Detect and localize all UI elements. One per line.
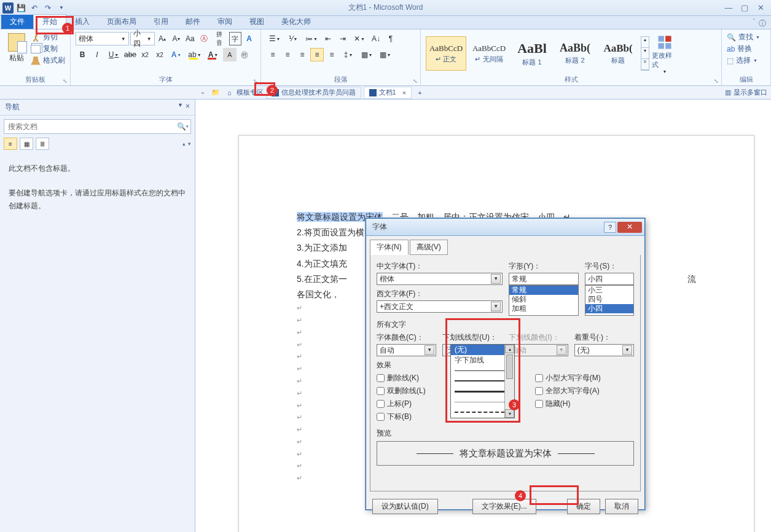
text-direction-button[interactable]: ✕▼ [351, 32, 368, 45]
tab-mailings[interactable]: 邮件 [177, 15, 209, 29]
doc-tab-close-icon[interactable]: × [402, 89, 406, 96]
save-icon[interactable]: 💾 [15, 2, 27, 14]
new-tab-button[interactable]: + [414, 89, 425, 96]
dialog-titlebar[interactable]: 字体 ? ✕ [366, 219, 644, 236]
doc-tab-2[interactable]: 文档1× [364, 87, 412, 99]
checkbox-hidden[interactable]: 隐藏(H) [535, 399, 634, 409]
select-button[interactable]: ⬚选择▼ [727, 55, 765, 66]
char-shading-icon[interactable]: A [223, 48, 237, 61]
format-painter-button[interactable]: 格式刷 [31, 55, 65, 66]
paste-button[interactable]: 粘贴 [5, 32, 28, 75]
qat-customize-icon[interactable]: ▼ [55, 2, 68, 14]
font-size-input[interactable]: 小四 [585, 273, 634, 285]
maximize-icon[interactable]: ▢ [739, 3, 750, 12]
dialog-help-icon[interactable]: ? [604, 222, 616, 233]
clipboard-launcher-icon[interactable]: ⤡ [63, 78, 68, 84]
style-nospacing[interactable]: AaBbCcD↵ 无间隔 [469, 36, 509, 71]
cn-font-select[interactable]: 楷体▼ [377, 273, 503, 285]
align-center-button[interactable]: ≡ [281, 48, 294, 61]
list-item[interactable]: 加粗 [509, 304, 578, 313]
numbering-button[interactable]: ⅟▼ [284, 32, 302, 45]
list-item[interactable]: 倾斜 [509, 295, 578, 304]
italic-button[interactable]: I [90, 48, 104, 61]
checkbox-smallcaps[interactable]: 小型大写字母(M) [535, 373, 634, 383]
underline-button[interactable]: U▼ [105, 48, 122, 61]
navpane-collapse[interactable]: ▴▾ [182, 138, 191, 150]
char-border-icon[interactable]: 字 [229, 32, 242, 45]
dialog-close-icon[interactable]: ✕ [617, 222, 642, 233]
show-marks-button[interactable]: ¶ [384, 32, 397, 45]
style-heading2[interactable]: AaBb(标题 2 [555, 36, 595, 71]
multilevel-button[interactable]: ≔▼ [303, 32, 320, 45]
strikethrough-button[interactable]: abe [123, 48, 137, 61]
set-default-button[interactable]: 设为默认值(D) [372, 499, 438, 514]
search-go-icon[interactable]: 🔍▾ [174, 120, 190, 133]
borders-button[interactable]: ▦▼ [377, 48, 394, 61]
font-style-listbox[interactable]: 常规 倾斜 加粗 [509, 285, 579, 316]
bullets-button[interactable]: ☰▼ [266, 32, 283, 45]
line-spacing-button[interactable]: ‡▼ [340, 48, 357, 61]
align-justify-button[interactable]: ≡ [310, 48, 324, 61]
word-app-icon[interactable]: W [2, 2, 14, 14]
styles-launcher-icon[interactable]: ⤡ [714, 78, 719, 84]
phonetic-icon[interactable]: 拼音 [211, 32, 227, 45]
sort-button[interactable]: A↓ [369, 32, 383, 45]
highlight-button[interactable]: ab▼ [186, 48, 203, 61]
help-icon[interactable]: ⓘ [759, 18, 766, 29]
list-item[interactable]: 小四 [585, 304, 633, 313]
navtab-headings-icon[interactable]: ≡ [4, 138, 17, 150]
redo-icon[interactable]: ↷ [42, 2, 54, 14]
copy-button[interactable]: 复制 [31, 44, 65, 54]
shading-button[interactable]: ▦▼ [358, 48, 375, 61]
distribute-button[interactable]: ≡ [325, 48, 339, 61]
ribbon-minimize-icon[interactable]: ˇ [753, 18, 755, 29]
font-color-button[interactable]: A▼ [205, 48, 222, 61]
font-size-select[interactable]: 小四▼ [130, 32, 155, 45]
search-input[interactable] [4, 120, 174, 133]
new-doc-icon[interactable]: ▫ [199, 89, 206, 96]
list-item[interactable]: 四号 [585, 295, 633, 304]
align-left-button[interactable]: ≡ [266, 48, 280, 61]
font-style-input[interactable]: 常规 [509, 273, 579, 285]
style-heading1[interactable]: AaBl标题 1 [512, 36, 552, 71]
style-normal[interactable]: AaBbCcD↵ 正文 [426, 36, 466, 71]
tab-view[interactable]: 视图 [241, 15, 273, 29]
decrease-indent-button[interactable]: ⇤ [321, 32, 335, 45]
checkbox-allcaps[interactable]: 全部大写字母(A) [535, 386, 634, 396]
tab-review[interactable]: 审阅 [209, 15, 241, 29]
grow-font-icon[interactable]: A▴ [156, 32, 169, 45]
home-icon[interactable]: ⌂ [225, 89, 234, 96]
undo-icon[interactable]: ↶ [28, 2, 41, 14]
navpane-close-icon[interactable]: × [186, 102, 190, 112]
multi-window-toggle[interactable]: ▥显示多窗口 [725, 88, 767, 97]
tab-pagelayout[interactable]: 页面布局 [98, 15, 145, 29]
char-a-icon[interactable]: A [243, 32, 256, 45]
close-icon[interactable]: ✕ [755, 3, 766, 12]
dialog-tab-font[interactable]: 字体(N) [370, 240, 409, 255]
text-effects-button[interactable]: 文字效果(E)... [472, 499, 536, 514]
superscript-button[interactable]: x2 [153, 48, 166, 61]
enclose-char-icon[interactable]: ㊕ [238, 48, 251, 61]
style-title[interactable]: AaBb(标题 [598, 36, 638, 71]
align-right-button[interactable]: ≡ [295, 48, 309, 61]
font-name-select[interactable]: 楷体▼ [76, 32, 129, 45]
bold-button[interactable]: B [76, 48, 89, 61]
list-item[interactable]: 小三 [585, 286, 633, 295]
clear-format-icon[interactable]: Ⓐ [198, 32, 211, 45]
tab-references[interactable]: 引用 [145, 15, 177, 29]
find-button[interactable]: 🔍查找▼ [727, 32, 765, 42]
shrink-font-icon[interactable]: A▾ [170, 32, 182, 45]
font-color-select[interactable]: 自动▼ [377, 344, 436, 356]
paragraph-launcher-icon[interactable]: ⤡ [413, 78, 418, 84]
subscript-button[interactable]: x2 [138, 48, 152, 61]
emphasis-select[interactable]: (无)▼ [574, 344, 634, 356]
tab-file[interactable]: 文件 [1, 15, 33, 29]
minimize-icon[interactable]: — [723, 3, 734, 12]
style-gallery-scroll[interactable]: ▴▾≡ [641, 36, 649, 71]
navtab-results-icon[interactable]: ≣ [36, 138, 49, 150]
change-case-icon[interactable]: Aa [184, 32, 197, 45]
doc-tab-1[interactable]: 信息处理技术员学员问题 [266, 87, 361, 99]
navpane-dropdown-icon[interactable]: ▼ [178, 102, 183, 112]
change-styles-button[interactable]: 更改样式 ▼ [652, 34, 678, 74]
increase-indent-button[interactable]: ⇥ [336, 32, 350, 45]
